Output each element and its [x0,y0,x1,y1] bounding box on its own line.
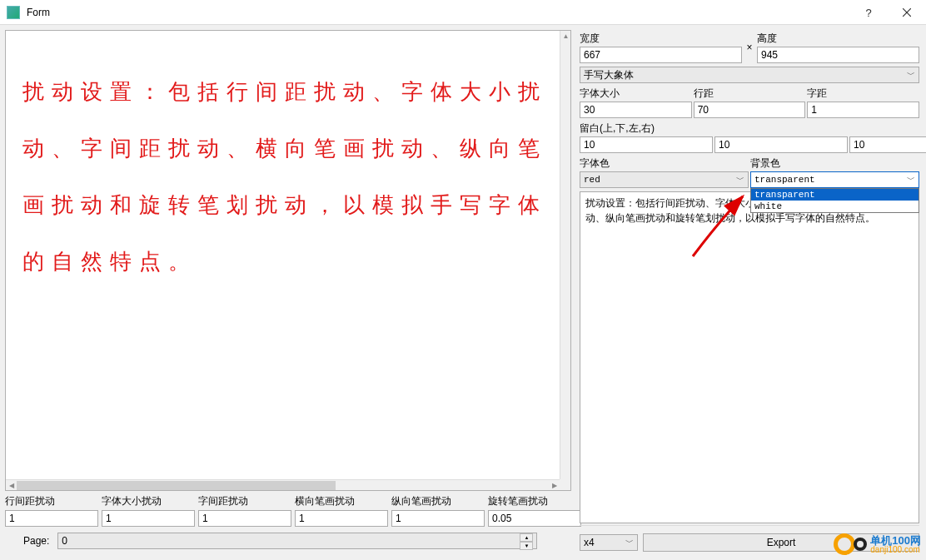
chevron-down-icon: ﹀ [625,537,634,548]
perturbation-row: 行间距扰动 字体大小扰动 字间距扰动 横向笔画扰动 纵向笔画扰动 [5,491,571,527]
chevron-down-icon: ﹀ [736,174,744,186]
page-label: Page: [23,535,49,547]
font-family-value: 手写大象体 [584,68,634,82]
bg-color-label: 背景色 [750,156,919,170]
font-size-input[interactable] [580,102,692,118]
char-perturb-input[interactable] [198,510,291,527]
times-sign: × [744,42,755,54]
chevron-down-icon: ﹀ [907,69,915,81]
width-input[interactable] [580,47,742,63]
export-button[interactable]: Export [643,533,919,552]
margin-label: 留白(上,下,左,右) [580,121,919,135]
right-pane: 宽度 × 高度 手写大象体 ﹀ 字体大小 行距 字距 [576,25,926,560]
font-family-select[interactable]: 手写大象体 ﹀ [580,67,919,83]
bg-color-select[interactable]: transparent ﹀ [750,171,919,188]
input-text-area[interactable]: 扰动设置：包括行间距扰动、字体大小扰动、字间距扰动、横向笔画扰动、纵向笔画扰动和… [580,191,919,523]
preview-text: 扰动设置：包括行间距扰动、字体大小扰动、字间距扰动、横向笔画扰动、纵向笔画扰动和… [22,64,551,290]
char-spacing-input[interactable] [807,102,919,118]
char-perturb-label: 字间距扰动 [198,494,291,508]
help-button[interactable]: ? [849,0,888,25]
bg-option-white[interactable]: white [751,201,919,212]
height-label: 高度 [757,32,919,45]
line-spacing-input[interactable] [694,102,806,118]
bg-color-value: transparent [754,175,815,185]
vstroke-perturb-label: 纵向笔画扰动 [391,494,485,508]
chevron-down-icon: ﹀ [907,174,915,186]
app-icon [7,6,20,19]
font-color-value: red [584,175,600,185]
hstroke-perturb-label: 横向笔画扰动 [295,494,388,508]
hstroke-perturb-input[interactable] [295,510,388,527]
size-perturb-label: 字体大小扰动 [102,494,195,508]
window-title: Form [27,7,50,18]
margin-bottom-input[interactable] [714,136,848,153]
rot-perturb-label: 旋转笔画扰动 [488,494,581,508]
rot-perturb-input[interactable] [488,510,581,527]
zoom-select[interactable]: x4 ﹀ [580,534,638,551]
close-button[interactable] [888,0,926,25]
line-perturb-label: 行间距扰动 [5,494,98,508]
bg-option-transparent[interactable]: transparent [751,189,919,201]
page-value: 0 [62,535,67,547]
font-color-select[interactable]: red ﹀ [580,171,749,188]
font-size-label: 字体大小 [580,87,692,100]
line-perturb-input[interactable] [5,510,98,527]
page-spin-buttons[interactable]: ▲▼ [520,533,533,548]
line-spacing-label: 行距 [694,87,806,100]
size-perturb-input[interactable] [102,510,195,527]
margin-top-input[interactable] [580,136,713,153]
height-input[interactable] [757,47,919,63]
page-spinbox[interactable]: 0 ▲▼ [57,533,537,549]
vertical-scrollbar[interactable]: ▲ [560,31,570,479]
zoom-value: x4 [584,537,595,548]
vstroke-perturb-input[interactable] [391,510,485,527]
margin-left-input[interactable] [849,136,926,153]
preview-canvas: 扰动设置：包括行间距扰动、字体大小扰动、字间距扰动、横向笔画扰动、纵向笔画扰动和… [5,30,571,491]
bg-color-dropdown[interactable]: transparent white [750,188,919,213]
char-spacing-label: 字距 [807,87,919,100]
title-bar: Form ? [0,0,926,25]
font-color-label: 字体色 [580,156,749,170]
horizontal-scrollbar[interactable]: ◀ ▶ [6,479,560,490]
width-label: 宽度 [580,32,742,45]
left-pane: 扰动设置：包括行间距扰动、字体大小扰动、字间距扰动、横向笔画扰动、纵向笔画扰动和… [0,25,576,560]
